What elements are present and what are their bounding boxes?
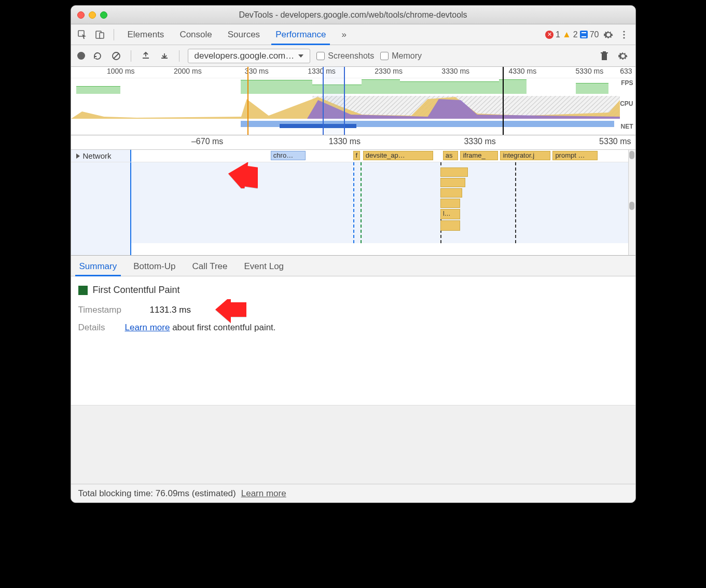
tab-call-tree[interactable]: Call Tree (191, 257, 228, 276)
long-task-block[interactable] (440, 188, 462, 198)
tab-event-log[interactable]: Event Log (243, 257, 285, 276)
long-task-block[interactable] (440, 220, 460, 231)
ruler-tick: 3330 ms (365, 135, 500, 149)
more-menu-icon[interactable] (618, 29, 630, 41)
tab-overflow[interactable]: » (340, 25, 347, 44)
devtools-tabbar: Elements Console Sources Performance » ✕… (71, 24, 635, 45)
devtools-window: DevTools - developers.google.com/web/too… (71, 5, 636, 503)
timestamp-value: 1131.3 ms (150, 305, 191, 315)
warning-icon: ▲ (562, 30, 571, 40)
ruler-tick: 2330 ms (339, 67, 406, 78)
error-icon: ✕ (545, 31, 553, 39)
flame-scrollbar[interactable] (628, 150, 635, 255)
settings-gear-icon[interactable] (602, 29, 615, 41)
track-label-column (71, 162, 131, 255)
status-bar: Total blocking time: 76.09ms (estimated)… (71, 484, 635, 502)
issues-badges[interactable]: ✕ 1 ▲ 2 70 (545, 30, 599, 40)
memory-checkbox[interactable]: Memory (380, 51, 422, 61)
scrollbar-thumb[interactable] (629, 202, 634, 210)
profile-selector[interactable]: developers.google.com… (188, 49, 311, 63)
summary-empty-area (71, 405, 635, 484)
window-title: DevTools - developers.google.com/web/too… (71, 10, 635, 20)
track-network[interactable]: Network chro… f devsite_ap… as iframe_ i… (71, 150, 635, 162)
long-task-block[interactable]: l… (440, 209, 460, 219)
details-key: Details (78, 323, 116, 333)
summary-panel: First Contentful Paint Timestamp 1131.3 … (71, 276, 635, 405)
warning-count: 2 (573, 30, 578, 39)
tab-summary[interactable]: Summary (78, 257, 118, 276)
detail-tabs: Summary Bottom-Up Call Tree Event Log (71, 256, 635, 276)
timestamp-key: Timestamp (78, 305, 141, 315)
summary-event-header: First Contentful Paint (78, 285, 628, 296)
svg-rect-10 (602, 53, 607, 60)
tab-sources[interactable]: Sources (227, 25, 261, 44)
screenshots-checkbox[interactable]: Screenshots (316, 51, 374, 61)
details-text: Learn more about first contentful paint. (125, 323, 276, 333)
profile-selector-label: developers.google.com… (195, 51, 295, 61)
messages-icon (580, 31, 588, 38)
overview-cpu-label: CPU (620, 100, 633, 107)
checkbox-icon (316, 52, 325, 60)
ruler-tick: 5330 ms (500, 135, 635, 149)
tab-elements[interactable]: Elements (127, 25, 165, 44)
network-segment[interactable]: iframe_ (460, 151, 497, 160)
network-label-text: Network (83, 151, 112, 160)
save-profile-icon[interactable] (158, 50, 171, 62)
tab-bottom-up[interactable]: Bottom-Up (132, 257, 176, 276)
blocking-time-learn-more-link[interactable]: Learn more (241, 488, 286, 499)
tab-console[interactable]: Console (178, 25, 213, 44)
ruler-tick: –670 ms (71, 135, 230, 149)
tab-performance[interactable]: Performance (274, 25, 327, 44)
ruler-tick: 330 ms (205, 67, 272, 78)
network-segment[interactable]: chro… (271, 151, 306, 160)
network-segment[interactable]: f (353, 151, 360, 160)
summary-timestamp-row: Timestamp 1131.3 ms (78, 305, 628, 315)
ruler-tick: 1330 ms (229, 135, 365, 149)
overview-ruler: 1000 ms 2000 ms 330 ms 1330 ms 2330 ms 3… (71, 67, 635, 78)
network-segment[interactable]: integrator.j (500, 151, 550, 160)
network-segment[interactable]: devsite_ap… (363, 151, 433, 160)
screenshots-label: Screenshots (328, 51, 374, 61)
ruler-tick: 5330 ms (539, 67, 606, 78)
chevron-down-icon (298, 54, 303, 58)
ruler-tick: 2000 ms (138, 67, 205, 78)
long-task-block[interactable] (440, 167, 468, 177)
timing-line-lcp (515, 162, 516, 243)
separator (131, 50, 131, 62)
network-segment[interactable]: prompt … (552, 151, 598, 160)
clear-icon[interactable] (110, 50, 122, 62)
memory-label: Memory (392, 51, 422, 61)
topbar-right: ✕ 1 ▲ 2 70 (545, 29, 630, 41)
svg-point-3 (623, 31, 625, 32)
separator (114, 29, 114, 40)
separator (179, 50, 179, 62)
track-network-label[interactable]: Network (71, 150, 131, 162)
overview-fps-label: FPS (621, 79, 633, 87)
load-profile-icon[interactable] (140, 50, 152, 62)
ruler-tick: 3330 ms (406, 67, 473, 78)
svg-rect-8 (143, 58, 149, 59)
error-count: 1 (556, 30, 560, 39)
flame-ruler: –670 ms 1330 ms 3330 ms 5330 ms (71, 135, 635, 150)
inspect-element-icon[interactable] (76, 29, 89, 41)
overview-net-lane (71, 119, 620, 129)
blocking-time-text: Total blocking time: 76.09ms (estimated) (78, 488, 236, 499)
record-button[interactable] (77, 52, 85, 60)
long-task-block[interactable] (440, 178, 465, 187)
capture-settings-gear-icon[interactable] (617, 50, 629, 62)
scrollbar-thumb[interactable] (629, 151, 634, 159)
checkbox-icon (380, 52, 389, 60)
overview-cpu-lane (71, 96, 620, 119)
long-task-block[interactable] (440, 199, 460, 208)
device-toggle-icon[interactable] (94, 29, 106, 41)
svg-rect-11 (601, 52, 608, 53)
collect-garbage-icon[interactable] (598, 50, 611, 62)
reload-record-icon[interactable] (91, 50, 104, 62)
flame-chart[interactable]: Network chro… f devsite_ap… as iframe_ i… (71, 150, 635, 256)
overview-selection[interactable] (323, 67, 345, 135)
messages-count: 70 (590, 30, 599, 39)
network-segment[interactable]: as (443, 151, 458, 160)
performance-overview[interactable]: 1000 ms 2000 ms 330 ms 1330 ms 2330 ms 3… (71, 67, 635, 135)
learn-more-link[interactable]: Learn more (125, 323, 170, 332)
timing-line-fp (361, 162, 362, 243)
